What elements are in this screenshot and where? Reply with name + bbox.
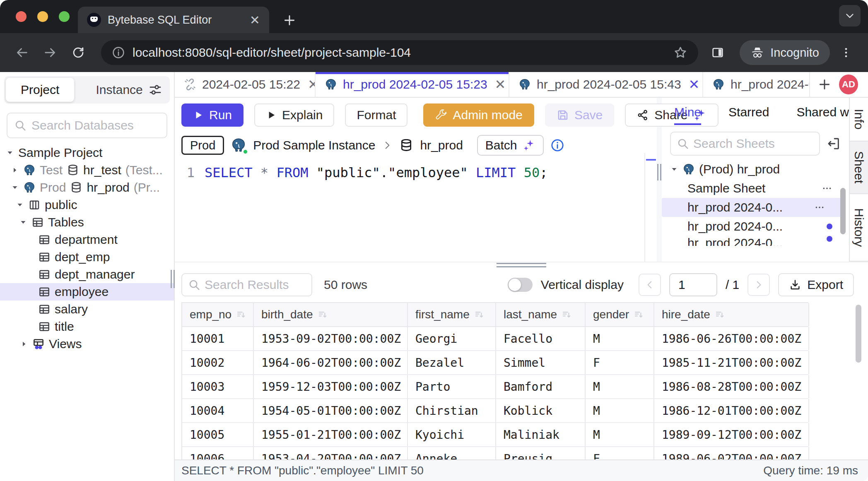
- code-area[interactable]: 1 SELECT * FROM "public"."employee" LIMI…: [175, 156, 657, 262]
- tree-item-title[interactable]: title: [0, 318, 174, 335]
- sheet-item-sample-sheet[interactable]: Sample Sheet: [662, 179, 849, 198]
- sheet-item-hr-prod-2024-0[interactable]: hr_prod 2024-0...: [662, 217, 849, 236]
- table-cell[interactable]: 10003: [182, 375, 254, 398]
- forward-button[interactable]: [38, 41, 62, 65]
- new-browser-tab-button[interactable]: [282, 13, 297, 27]
- instance-name[interactable]: Prod Sample Instance: [253, 138, 375, 152]
- table-cell[interactable]: M: [586, 399, 654, 422]
- table-cell[interactable]: 10006: [182, 447, 254, 459]
- table-row[interactable]: 100011953-09-02T00:00:00ZGeorgiFacelloM1…: [182, 327, 808, 351]
- column-header-birth-date[interactable]: birth_date: [254, 303, 408, 326]
- save-button[interactable]: Save: [545, 103, 614, 127]
- tab-instance[interactable]: Instance: [96, 83, 148, 97]
- table-cell[interactable]: 1986-06-26T00:00:00Z: [654, 327, 809, 350]
- sheet-tab-mine[interactable]: Mine: [674, 105, 701, 125]
- browser-tab[interactable]: Bytebase SQL Editor ✕: [78, 7, 269, 33]
- table-cell[interactable]: F: [586, 447, 654, 459]
- editor-tab-2024-02-05-15-22[interactable]: 2024-02-05 15:22✕: [175, 72, 316, 97]
- filter-sliders-icon[interactable]: [148, 83, 162, 97]
- table-cell[interactable]: 1953-09-02T00:00:00Z: [254, 327, 408, 350]
- table-cell[interactable]: 1986-12-01T00:00:00Z: [654, 399, 809, 422]
- batch-button[interactable]: Batch: [477, 135, 544, 156]
- tab-search-chevron-button[interactable]: [839, 5, 861, 26]
- table-cell[interactable]: 1986-08-28T00:00:00Z: [654, 375, 809, 398]
- results-resize-divider[interactable]: [175, 262, 868, 267]
- search-sheets-input[interactable]: [670, 132, 820, 156]
- editor-tab-hr-prod-2024-0[interactable]: hr_prod 2024-0: [703, 72, 810, 97]
- table-cell[interactable]: Bamford: [496, 375, 586, 398]
- page-number-input[interactable]: [669, 273, 717, 296]
- tree-item-dept-emp[interactable]: dept_emp: [0, 248, 174, 266]
- table-cell[interactable]: Facello: [496, 327, 586, 350]
- sheet-item-hr-prod-2024-0[interactable]: hr_prod 2024-0...: [662, 236, 849, 246]
- table-cell[interactable]: 1989-09-12T00:00:00Z: [654, 423, 809, 446]
- new-sheet-tab-button[interactable]: [810, 72, 839, 97]
- table-cell[interactable]: Simmel: [496, 351, 586, 374]
- tree-item-dept-manager[interactable]: dept_manager: [0, 266, 174, 283]
- close-sheet-tab-icon[interactable]: ✕: [495, 77, 506, 92]
- table-cell[interactable]: 10002: [182, 351, 254, 374]
- caret-down-icon[interactable]: [6, 149, 14, 157]
- run-button[interactable]: Run: [181, 103, 244, 127]
- close-sheet-tab-icon[interactable]: ✕: [308, 77, 316, 92]
- table-row[interactable]: 100051955-01-21T00:00:00ZKyoichiMaliniak…: [182, 423, 808, 447]
- caret-right-icon[interactable]: [11, 166, 19, 174]
- table-cell[interactable]: 1985-11-21T00:00:00Z: [654, 351, 809, 374]
- table-cell[interactable]: Maliniak: [496, 423, 586, 446]
- caret-down-icon[interactable]: [16, 201, 24, 209]
- database-name[interactable]: hr_prod: [420, 138, 463, 152]
- admin-mode-button[interactable]: Admin mode: [423, 103, 534, 127]
- caret-down-icon[interactable]: [670, 165, 678, 173]
- browser-menu-kebab[interactable]: [834, 41, 858, 65]
- side-panel-icon[interactable]: [706, 41, 730, 65]
- caret-down-icon[interactable]: [11, 183, 19, 192]
- sort-icon[interactable]: [633, 309, 644, 320]
- tree-item-tables[interactable]: Tables: [0, 214, 174, 231]
- connection-info-icon[interactable]: [550, 138, 564, 152]
- table-cell[interactable]: Chirstian: [408, 399, 496, 422]
- table-cell[interactable]: Preusig: [496, 447, 586, 459]
- table-cell[interactable]: Bezalel: [408, 351, 496, 374]
- back-button[interactable]: [10, 41, 34, 65]
- site-info-icon[interactable]: [112, 46, 125, 59]
- table-cell[interactable]: 1989-06-02T00:00:00Z: [654, 447, 809, 459]
- environment-chip[interactable]: Prod: [181, 136, 224, 155]
- sheet-menu-icon[interactable]: [822, 183, 832, 194]
- close-sheet-tab-icon[interactable]: ✕: [689, 77, 700, 92]
- rail-tab-info[interactable]: Info: [850, 98, 868, 142]
- explain-button[interactable]: Explain: [254, 103, 334, 127]
- tree-item-department[interactable]: department: [0, 231, 174, 248]
- sheet-group-prod-hr-prod[interactable]: (Prod) hr_prod: [662, 160, 849, 179]
- sheet-item-hr-prod-2024-0[interactable]: hr_prod 2024-0...: [662, 198, 841, 217]
- close-window-button[interactable]: [16, 11, 27, 22]
- table-row[interactable]: 100031959-12-03T00:00:00ZPartoBamfordM19…: [182, 375, 808, 399]
- sort-icon[interactable]: [317, 309, 328, 320]
- table-cell[interactable]: F: [586, 351, 654, 374]
- editor-tab-hr-prod-2024-02-05-15-23[interactable]: hr_prod 2024-02-05 15:23✕: [316, 72, 509, 97]
- vertical-display-toggle[interactable]: [508, 278, 533, 292]
- minimize-window-button[interactable]: [37, 11, 48, 22]
- column-header-emp-no[interactable]: emp_no: [182, 303, 254, 326]
- tree-item-public[interactable]: public: [0, 196, 174, 214]
- column-header-hire-date[interactable]: hire_date: [654, 303, 809, 326]
- search-databases-input[interactable]: [7, 113, 167, 138]
- caret-down-icon[interactable]: [19, 218, 27, 226]
- table-cell[interactable]: M: [586, 375, 654, 398]
- rail-tab-sheet[interactable]: Sheet: [850, 142, 868, 194]
- table-cell[interactable]: Parto: [408, 375, 496, 398]
- table-cell[interactable]: 1959-12-03T00:00:00Z: [254, 375, 408, 398]
- table-cell[interactable]: 1953-04-20T00:00:00Z: [254, 447, 408, 459]
- tree-item-employee[interactable]: employee: [0, 283, 174, 301]
- tree-item-sample-project[interactable]: Sample Project: [0, 144, 174, 161]
- tree-item-salary[interactable]: salary: [0, 301, 174, 318]
- close-tab-icon[interactable]: ✕: [250, 13, 260, 27]
- format-button[interactable]: Format: [345, 103, 407, 127]
- tree-item-hr-test[interactable]: Testhr_test(Test...: [0, 161, 174, 179]
- collapse-panel-icon[interactable]: [827, 137, 841, 151]
- sidebar-resize-handle[interactable]: [171, 270, 175, 288]
- sheet-list-scrollbar[interactable]: [840, 188, 846, 234]
- table-row[interactable]: 100061953-04-20T00:00:00ZAnnekePreusigF1…: [182, 447, 808, 459]
- address-bar[interactable]: localhost:8080/sql-editor/sheet/project-…: [101, 40, 698, 65]
- maximize-window-button[interactable]: [59, 11, 70, 22]
- column-header-first-name[interactable]: first_name: [408, 303, 496, 326]
